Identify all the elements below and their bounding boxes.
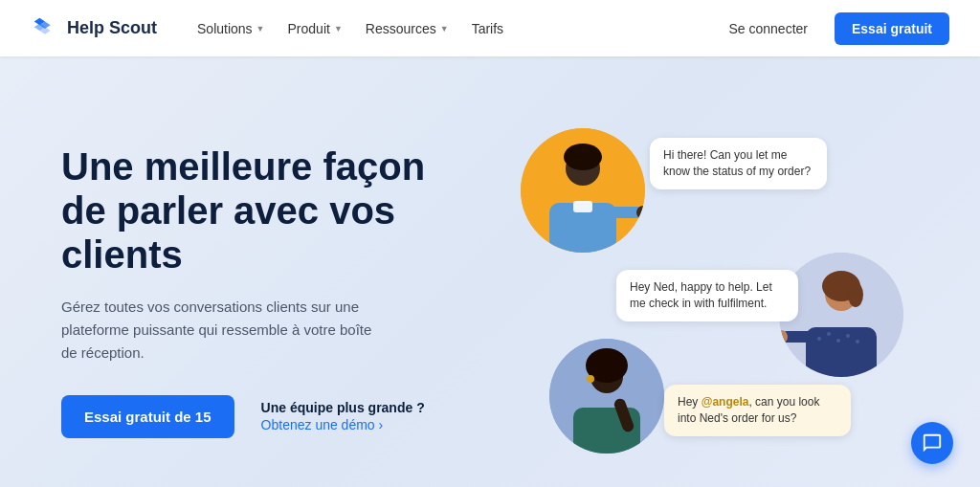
nav-links: Solutions ▼ Produit ▼ Ressources ▼ Tarif… [188, 15, 513, 42]
hero-content: Une meilleure façon de parler avec vos c… [61, 144, 463, 438]
svg-rect-4 [573, 201, 592, 212]
nav-item-solutions[interactable]: Solutions ▼ [188, 15, 275, 42]
chevron-down-icon: ▼ [334, 24, 343, 33]
logo-link[interactable]: Help Scout [31, 14, 157, 43]
chat-bubble-3: Hey @angela, can you look into Ned's ord… [664, 385, 851, 436]
hero-trial-button[interactable]: Essai gratuit de 15 [61, 395, 234, 438]
hero-demo-link[interactable]: Obtenez une démo › [261, 417, 425, 432]
chevron-down-icon: ▼ [256, 24, 265, 33]
chevron-down-icon: ▼ [440, 24, 449, 33]
bubble1-text: Hi there! Can you let me know the status… [663, 148, 811, 178]
svg-point-14 [836, 339, 840, 343]
navbar: Help Scout Solutions ▼ Produit ▼ Ressour… [0, 0, 980, 56]
hero-demo-heading: Une équipe plus grande ? [261, 400, 425, 415]
chat-bubble-1: Hi there! Can you let me know the status… [650, 138, 827, 189]
hero-subtitle: Gérez toutes vos conversations clients s… [61, 296, 387, 365]
trial-button[interactable]: Essai gratuit [835, 12, 949, 45]
nav-item-produit[interactable]: Produit ▼ [278, 15, 352, 42]
helpscout-logo-icon [31, 14, 59, 43]
hero-illustration: Hi there! Can you let me know the status… [463, 95, 923, 487]
svg-point-16 [856, 340, 859, 343]
bubble3-mention: @angela [702, 395, 749, 409]
svg-point-15 [846, 334, 850, 338]
avatar-person1 [521, 128, 645, 253]
logo-text: Help Scout [67, 18, 157, 38]
nav-item-tarifs[interactable]: Tarifs [462, 15, 513, 42]
chat-icon [922, 432, 943, 454]
nav-item-ressources[interactable]: Ressources ▼ [356, 15, 458, 42]
bubble3-prefix: Hey [678, 395, 702, 409]
bubble2-text: Hey Ned, happy to help. Let me check in … [630, 280, 772, 310]
svg-point-10 [848, 282, 863, 307]
nav-right-actions: Se connecter Essai gratuit [717, 12, 949, 45]
hero-title: Une meilleure façon de parler avec vos c… [61, 144, 463, 277]
hero-cta-group: Essai gratuit de 15 Une équipe plus gran… [61, 395, 463, 438]
avatar-person3 [549, 339, 664, 454]
hero-section: Une meilleure façon de parler avec vos c… [0, 56, 980, 487]
avatar-person2 [779, 253, 903, 377]
chat-bubble-2: Hey Ned, happy to help. Let me check in … [616, 270, 798, 321]
hero-demo-info: Une équipe plus grande ? Obtenez une dém… [261, 400, 425, 432]
login-button[interactable]: Se connecter [717, 15, 819, 42]
svg-point-2 [564, 144, 602, 170]
svg-point-12 [817, 337, 821, 341]
illustration-container: Hi there! Can you let me know the status… [463, 109, 923, 473]
chat-fab-button[interactable] [911, 422, 953, 464]
svg-point-13 [827, 332, 831, 336]
svg-point-22 [587, 375, 594, 383]
